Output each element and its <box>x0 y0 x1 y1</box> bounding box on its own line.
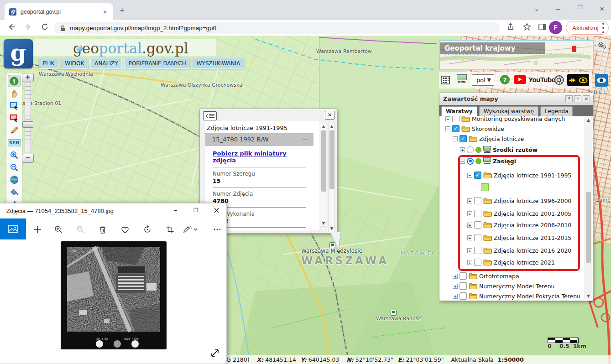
language-select[interactable]: pol ▼ <box>472 74 494 86</box>
photos-favorite-icon[interactable] <box>120 224 131 235</box>
layer-radio[interactable] <box>467 146 474 153</box>
expand-icon[interactable]: + <box>453 274 458 279</box>
layer-checkbox[interactable] <box>474 221 481 229</box>
compass-wheel-icon[interactable] <box>554 75 564 85</box>
photos-more-icon[interactable] <box>212 224 223 235</box>
layer-checkbox[interactable]: ✓ <box>460 135 467 142</box>
url-bar[interactable]: mapy.geoportal.gov.pl/imap/Imgp_2.html?g… <box>54 22 500 34</box>
faded-tool-button[interactable] <box>599 54 609 63</box>
globe-tool-icon[interactable] <box>8 174 20 185</box>
photos-delete-icon[interactable] <box>97 224 108 235</box>
side-panel-icon[interactable] <box>538 24 546 30</box>
layer-label[interactable]: Zdjęcia lotnicze 2016-2020 <box>494 247 571 254</box>
scroll-up-icon[interactable]: ▲ <box>585 117 592 123</box>
collapse-icon[interactable]: − <box>445 126 450 131</box>
expand-icon[interactable]: + <box>467 211 472 216</box>
tab-warstwy[interactable]: Warstwy <box>441 106 477 116</box>
share-icon[interactable] <box>507 23 515 31</box>
layer-label[interactable]: Numeryczny Model Pokrycia Terenu <box>479 293 580 300</box>
help-button[interactable]: ? <box>500 75 510 84</box>
photo-expand-icon[interactable] <box>209 347 221 359</box>
arrow-back-tool-icon[interactable] <box>8 186 20 198</box>
layer-checkbox[interactable] <box>460 292 467 300</box>
xyh-tool-icon[interactable]: XYH <box>8 137 20 148</box>
scroll-down-icon[interactable]: ▼ <box>585 293 592 299</box>
layer-tree-scrollbar[interactable]: ▲ ▼ <box>585 117 592 299</box>
layer-checkbox[interactable] <box>474 259 481 266</box>
menu-widok[interactable]: WIDOK <box>61 58 88 69</box>
reload-button[interactable] <box>41 23 49 31</box>
expand-icon[interactable]: + <box>460 147 465 152</box>
scroll-up-icon[interactable]: ▲ <box>329 123 335 130</box>
tab-legenda[interactable]: Legenda <box>540 106 573 116</box>
menu-analizy[interactable]: ANALIZY <box>90 58 122 69</box>
popup-close-button[interactable]: ✕ <box>325 111 334 120</box>
geoportal-logo[interactable]: g <box>4 39 33 68</box>
faded-tool-button[interactable] <box>599 64 609 73</box>
layer-checkbox[interactable] <box>452 116 460 122</box>
photos-zoom-in-icon[interactable] <box>53 224 64 235</box>
youtube-button[interactable]: YouTube <box>514 75 555 84</box>
info-tool-icon[interactable]: i <box>8 75 20 87</box>
menu-wyszukiwania[interactable]: WYSZUKIWANIA <box>193 58 244 69</box>
tab-close-icon[interactable]: × <box>101 8 109 16</box>
select-rect-blue-tool-icon[interactable] <box>8 100 20 111</box>
browser-update-button[interactable]: Aktualizuj ••• <box>566 21 609 35</box>
window-close-button[interactable]: × <box>600 5 604 14</box>
layer-label[interactable]: Środki rzutów <box>493 146 538 153</box>
photos-close-button[interactable]: × <box>206 203 227 218</box>
profile-avatar[interactable]: F <box>549 21 562 34</box>
bookmark-star-icon[interactable] <box>523 23 531 31</box>
zoom-in-button[interactable]: + <box>22 73 34 82</box>
layer-checkbox[interactable]: ✓ <box>452 125 460 132</box>
photos-maximize-button[interactable]: ❐ <box>186 203 206 218</box>
select-rect-red-tool-icon[interactable] <box>8 112 20 124</box>
layer-label[interactable]: Zdjęcia lotnicze <box>479 135 524 142</box>
layer-label[interactable]: Numeryczny Model Terenu <box>479 283 555 290</box>
zoom-slider-track[interactable] <box>25 82 31 154</box>
photos-add-icon[interactable] <box>32 224 43 235</box>
layer-radio[interactable] <box>467 158 474 165</box>
layer-label[interactable]: Ortofotomapa <box>479 273 519 280</box>
layer-label[interactable]: Zdjęcia lotnicze 2006-2010 <box>494 222 571 229</box>
expand-icon[interactable]: + <box>467 223 472 228</box>
photos-edit-icon[interactable] <box>182 224 198 235</box>
layer-label[interactable]: Monitoring pozyskiwania danych <box>472 116 565 122</box>
settings-gear-icon[interactable] <box>596 39 608 51</box>
layer-checkbox[interactable] <box>474 197 481 204</box>
tab-search-chevron-icon[interactable]: ⌄ <box>534 5 540 13</box>
layer-checkbox[interactable] <box>460 282 467 290</box>
layer-label[interactable]: Zdjęcia lotnicze 1991-1995 <box>494 172 571 179</box>
feature-header[interactable]: 15_4780 1992 B/W — <box>205 133 313 146</box>
expand-icon[interactable]: + <box>453 284 458 289</box>
expand-icon[interactable]: + <box>467 248 472 253</box>
popup-inner-scrollbar[interactable]: ▲ ▼ <box>320 123 326 227</box>
pan-hand-tool-icon[interactable] <box>8 88 20 99</box>
grid-tool-icon[interactable] <box>441 76 450 84</box>
scroll-down-icon[interactable]: ▼ <box>329 225 335 232</box>
layer-checkbox[interactable] <box>474 247 481 254</box>
overview-map[interactable]: Geoportal krajowy <box>439 40 594 70</box>
popup-outer-scrollbar[interactable]: ▲ ▼ <box>328 123 334 232</box>
night-mode-button[interactable] <box>567 74 589 86</box>
browser-menu-icon[interactable]: ••• <box>602 21 605 35</box>
photos-minimize-button[interactable]: – <box>165 203 186 218</box>
layer-checkbox[interactable] <box>474 210 481 217</box>
results-list-button[interactable] <box>203 111 217 120</box>
zoom-out-tool-icon[interactable] <box>8 161 20 173</box>
street-view-eye-button[interactable] <box>595 74 608 87</box>
layer-label[interactable]: Skorowidze <box>472 125 504 132</box>
scroll-down-icon[interactable]: ▼ <box>320 220 327 226</box>
expand-icon[interactable]: + <box>467 235 472 240</box>
scrollbar-thumb[interactable] <box>321 130 326 192</box>
collapse-icon[interactable]: — <box>302 133 308 146</box>
download-thumbnail-link[interactable]: Pobierz plik miniatury zdjęcia <box>213 150 308 164</box>
zoom-in-tool-icon[interactable] <box>8 149 20 161</box>
browser-tab[interactable]: g geoportal.gov.pl × <box>5 3 113 20</box>
layer-label[interactable]: Zdjęcia lotnicze 2011-2015 <box>494 234 571 241</box>
menu-plik[interactable]: PLIK <box>39 58 58 69</box>
zoom-slider-handle[interactable] <box>22 121 33 128</box>
photos-crop-icon[interactable] <box>164 224 175 235</box>
collapse-icon[interactable]: − <box>460 159 465 164</box>
expand-icon[interactable]: + <box>445 116 450 121</box>
